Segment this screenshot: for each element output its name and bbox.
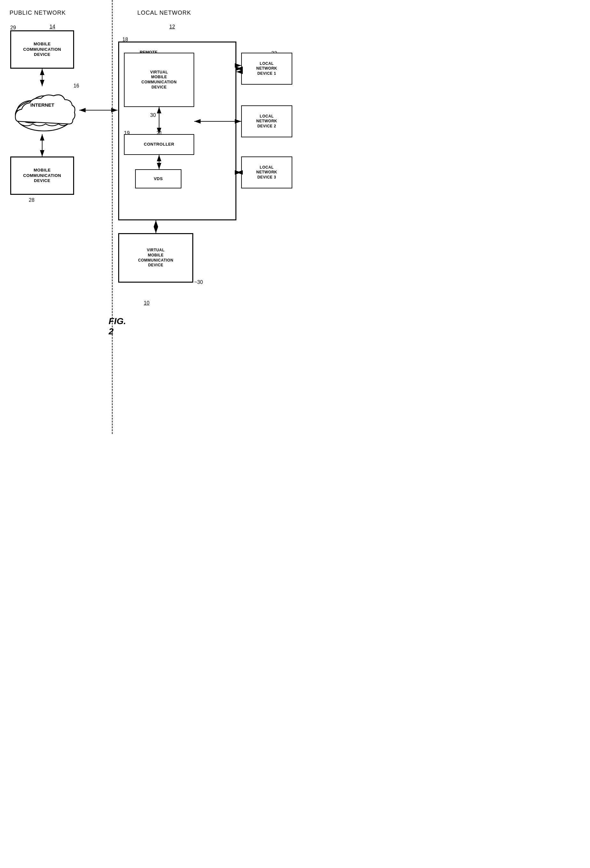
public-network-label: PUBLIC NETWORK	[10, 10, 66, 16]
ref-19: 19	[124, 130, 130, 136]
inner-vmcd-ref: 30	[150, 112, 156, 118]
vds-box: VDS	[135, 169, 182, 188]
diagram: PUBLIC NETWORK LOCAL NETWORK 14 12 29 MO…	[0, 0, 295, 434]
local-network-ref: 12	[169, 24, 175, 30]
network-divider	[112, 0, 113, 434]
mobile-device-bottom-ref: 28	[29, 197, 34, 203]
mobile-device-top-box: MOBILE COMMUNICATION DEVICE	[10, 30, 74, 69]
bottom-ref: 10	[144, 300, 149, 306]
virtual-mobile-outer-box: VIRTUAL MOBILE COMMUNICATION DEVICE	[118, 233, 193, 283]
mobile-device-bottom-box: MOBILE COMMUNICATION DEVICE	[10, 156, 74, 195]
internet-ref: 16	[74, 83, 79, 89]
virtual-mobile-inner-box: VIRTUAL MOBILE COMMUNICATION DEVICE	[124, 53, 194, 107]
mobile-device-top-ref: 29	[10, 25, 16, 31]
internet-cloud	[9, 86, 79, 136]
ref-21: 21	[157, 130, 162, 136]
local-network-label: LOCAL NETWORK	[138, 10, 191, 16]
local-network-device-1-box: LOCAL NETWORK DEVICE 1	[241, 53, 292, 85]
public-network-ref: 14	[50, 24, 55, 30]
internet-label: INTERNET	[30, 102, 54, 108]
controller-box: CONTROLLER	[124, 134, 194, 155]
local-network-device-2-box: LOCAL NETWORK DEVICE 2	[241, 105, 292, 137]
outer-vmcd-ref: ~30	[194, 279, 203, 285]
local-network-device-3-box: LOCAL NETWORK DEVICE 3	[241, 156, 292, 188]
